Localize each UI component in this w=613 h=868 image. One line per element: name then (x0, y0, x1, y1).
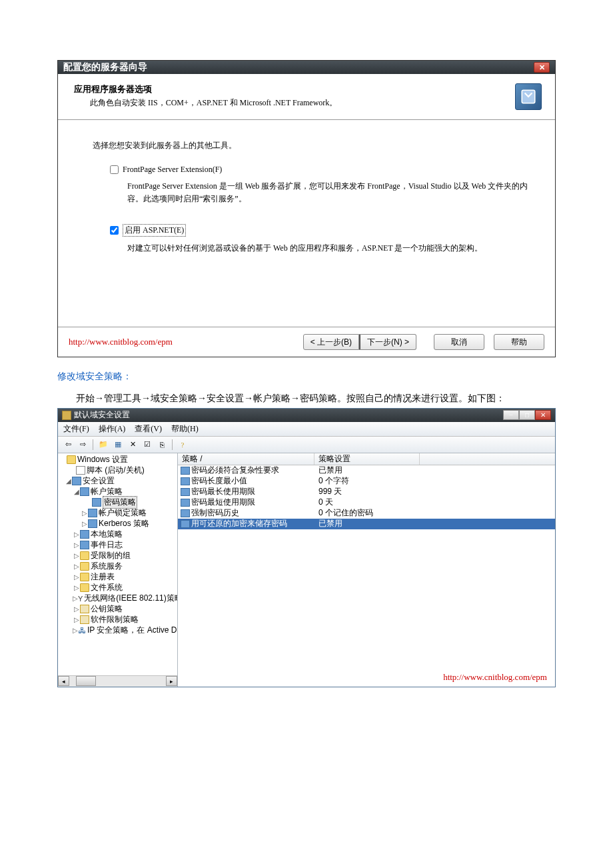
list-item[interactable]: 强制密码历史0 个记住的密码 (178, 508, 555, 519)
list-item[interactable]: 密码必须符合复杂性要求已禁用 (178, 465, 555, 476)
policy-icon (181, 467, 190, 475)
close-icon[interactable]: ✕ (535, 410, 551, 420)
up-folder-icon[interactable]: 📁 (97, 439, 109, 451)
tree-pubkey[interactable]: 公钥策略 (91, 603, 123, 615)
help-icon[interactable]: ? (177, 439, 189, 451)
back-button[interactable]: < 上一步(B) (303, 334, 359, 350)
policy-icon (181, 488, 190, 496)
tree-event-log[interactable]: 事件日志 (91, 539, 123, 551)
prop-icon[interactable]: ☑ (141, 439, 153, 451)
wizard-header-title: 应用程序服务器选项 (74, 83, 515, 95)
wizard-header-subtitle: 此角色自动安装 IIS，COM+，ASP.NET 和 Microsoft .NE… (90, 97, 515, 109)
menu-action[interactable]: 操作(A) (99, 423, 126, 435)
tree-scripts[interactable]: 脚本 (启动/关机) (87, 465, 145, 476)
menu-help[interactable]: 帮助(H) (171, 423, 199, 435)
tree-restricted-groups[interactable]: 受限制的组 (91, 550, 131, 561)
tree-scrollbar[interactable]: ◂ ▸ (58, 675, 177, 687)
aspnet-checkbox[interactable] (110, 226, 119, 235)
tree-ipsec[interactable]: IP 安全策略，在 Active Dire (87, 625, 178, 636)
cancel-button[interactable]: 取消 (434, 334, 484, 350)
section-title: 修改域安全策略： (57, 371, 556, 383)
menu-view[interactable]: 查看(V) (135, 423, 162, 435)
properties-icon[interactable]: ▦ (112, 439, 124, 451)
delete-icon[interactable]: ✕ (127, 439, 139, 451)
scroll-right-icon[interactable]: ▸ (166, 676, 177, 686)
aspnet-option[interactable]: 启用 ASP.NET(E) (110, 224, 528, 237)
list-item[interactable]: 密码最长使用期限999 天 (178, 487, 555, 497)
wizard-body: 选择您想安装到此服务器上的其他工具。 FrontPage Server Exte… (58, 120, 555, 327)
close-icon[interactable]: ✕ (534, 62, 550, 73)
minimize-icon[interactable]: − (503, 410, 519, 420)
frontpage-checkbox[interactable] (110, 165, 119, 174)
app-icon (62, 411, 71, 420)
menu-file[interactable]: 文件(F) (63, 423, 89, 435)
policy-icon (181, 477, 190, 485)
export-icon[interactable]: ⎘ (156, 439, 168, 451)
mmc-titlebar: 默认域安全设置 − □ ✕ (58, 409, 555, 422)
tree-wireless[interactable]: 无线网络(IEEE 802.11)策略 (84, 593, 178, 604)
back-icon[interactable]: ⇦ (62, 439, 74, 451)
tree-security[interactable]: 安全设置 (83, 475, 115, 487)
list-item[interactable]: 密码长度最小值0 个字符 (178, 476, 555, 487)
forward-icon[interactable]: ⇨ (77, 439, 89, 451)
scroll-left-icon[interactable]: ◂ (58, 676, 69, 686)
list-col-setting[interactable]: 策略设置 (314, 453, 420, 465)
policy-icon (181, 509, 190, 517)
section-body: 开始→管理工具→域安全策略→安全设置→帐户策略→密码策略。按照自己的情况来进行设… (57, 389, 556, 408)
mmc-toolbar: ⇦ ⇨ 📁 ▦ ✕ ☑ ⎘ ? (58, 437, 555, 453)
tree-local-policy[interactable]: 本地策略 (91, 529, 123, 540)
maximize-icon[interactable]: □ (519, 410, 535, 420)
tree-kerberos-policy[interactable]: Kerberos 策略 (99, 518, 149, 529)
tree-filesystem[interactable]: 文件系统 (91, 582, 123, 593)
wizard-url: http://www.cnitblog.com/epm (69, 337, 173, 347)
server-icon (515, 83, 542, 110)
wizard-title-text: 配置您的服务器向导 (63, 61, 147, 73)
tree-registry[interactable]: 注册表 (91, 571, 115, 583)
next-button[interactable]: 下一步(N) > (359, 334, 416, 350)
help-button[interactable]: 帮助 (494, 334, 544, 350)
aspnet-label: 启用 ASP.NET(E) (123, 224, 186, 237)
tree-software-restrict[interactable]: 软件限制策略 (91, 614, 139, 625)
frontpage-label: FrontPage Server Extension(F) (123, 165, 222, 175)
list-col-policy[interactable]: 策略 / (178, 453, 314, 465)
tree-system-services[interactable]: 系统服务 (91, 561, 123, 572)
wizard-instruction: 选择您想安装到此服务器上的其他工具。 (93, 140, 528, 151)
list-header[interactable]: 策略 / 策略设置 (178, 453, 555, 465)
tree-root[interactable]: Windows 设置 (77, 454, 128, 465)
frontpage-option[interactable]: FrontPage Server Extension(F) (110, 165, 528, 175)
mmc-title-text: 默认域安全设置 (74, 409, 130, 421)
mmc-url: http://www.cnitblog.com/epm (443, 672, 547, 683)
mmc-menubar: 文件(F) 操作(A) 查看(V) 帮助(H) (58, 422, 555, 437)
scroll-thumb[interactable] (76, 676, 96, 686)
list-item[interactable]: 用可还原的加密来储存密码已禁用 (178, 519, 555, 529)
wizard-footer: http://www.cnitblog.com/epm < 上一步(B) 下一步… (58, 327, 555, 357)
tree-lockout-policy[interactable]: 帐户锁定策略 (99, 507, 147, 519)
frontpage-description: FrontPage Server Extension 是一组 Web 服务器扩展… (127, 180, 528, 205)
policy-icon (181, 520, 190, 528)
wizard-header: 应用程序服务器选项 此角色自动安装 IIS，COM+，ASP.NET 和 Mic… (58, 74, 555, 120)
policy-icon (181, 499, 190, 507)
mmc-list: 策略 / 策略设置 密码必须符合复杂性要求已禁用 密码长度最小值0 个字符 密码… (178, 453, 555, 687)
wizard-titlebar: 配置您的服务器向导 ✕ (58, 61, 555, 74)
wizard-dialog: 配置您的服务器向导 ✕ 应用程序服务器选项 此角色自动安装 IIS，COM+，A… (57, 60, 556, 357)
aspnet-description: 对建立可以针对任何浏览器或设备的基于 Web 的应用程序和服务，ASP.NET … (127, 242, 528, 255)
mmc-window: 默认域安全设置 − □ ✕ 文件(F) 操作(A) 查看(V) 帮助(H) ⇦ … (57, 408, 556, 687)
list-item[interactable]: 密码最短使用期限0 天 (178, 497, 555, 508)
mmc-tree[interactable]: Windows 设置 脚本 (启动/关机) ◢安全设置 ◢帐户策略 密码策略 ▷… (58, 453, 178, 687)
